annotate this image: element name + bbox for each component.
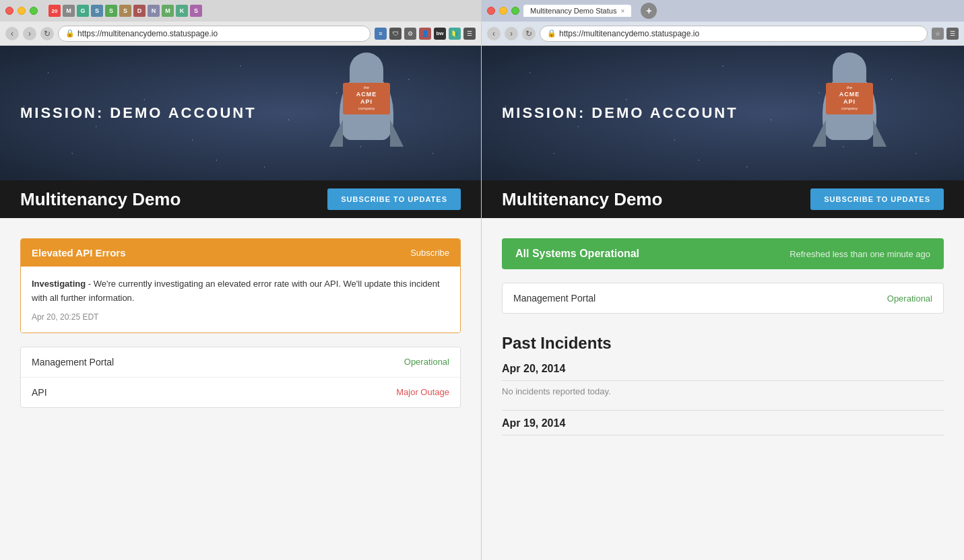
left-management-portal-status: Operational <box>404 357 449 367</box>
right-management-portal-status: Operational <box>887 293 932 304</box>
right-tab-title: Multitenancy Demo Status <box>530 7 616 15</box>
left-management-portal-name: Management Portal <box>32 357 114 368</box>
right-main-content: All Systems Operational Refreshed less t… <box>482 218 964 461</box>
left-incident-title: Elevated API Errors <box>32 247 126 258</box>
chrome-icon[interactable]: G <box>77 5 89 17</box>
app-icon-8[interactable]: S <box>190 5 202 17</box>
maximize-button[interactable] <box>30 7 38 15</box>
left-browser-window: 20 M G S S S D N M K S ‹ › ↻ 🔒 https://m… <box>0 0 482 560</box>
app-icon-2[interactable]: S <box>105 5 117 17</box>
right-page-content: MISSION: DEMO ACCOUNT the ACME API compa… <box>482 46 964 560</box>
left-incident-status: Investigating <box>32 279 86 289</box>
left-rocket-nose <box>350 53 383 86</box>
gmail-icon[interactable]: M <box>63 5 75 17</box>
back-button[interactable]: ‹ <box>5 27 19 40</box>
app-icon-5[interactable]: N <box>148 5 160 17</box>
bw-icon[interactable]: bw <box>434 28 446 40</box>
right-forward-button[interactable]: › <box>505 27 518 40</box>
right-rocket-nose <box>833 53 866 86</box>
app-icon-1[interactable]: S <box>91 5 103 17</box>
right-menu-icon[interactable]: ☰ <box>946 28 959 40</box>
left-incident-desc: Investigating - We're currently investig… <box>32 277 449 306</box>
minimize-button[interactable] <box>18 7 26 15</box>
right-all-systems-title: All Systems Operational <box>515 248 639 260</box>
reload-button[interactable]: ↻ <box>40 27 54 40</box>
url-text: https://multitenancydemo.statuspage.io <box>77 29 218 38</box>
left-incident-body: Investigating - We're currently investig… <box>21 267 460 332</box>
right-reload-button[interactable]: ↻ <box>522 27 536 40</box>
left-rocket-banner: the ACME API company <box>343 83 390 114</box>
left-rocket: the ACME API company <box>326 53 407 170</box>
left-incident-time: Apr 20, 20:25 EDT <box>32 312 449 322</box>
right-status-card: Management Portal Operational <box>502 283 944 314</box>
app-icon-6[interactable]: M <box>162 5 174 17</box>
left-management-portal-row: Management Portal Operational <box>21 347 460 378</box>
privacy-icon[interactable]: 🔰 <box>449 28 461 40</box>
left-main-content: Elevated API Errors Subscribe Investigat… <box>0 218 481 428</box>
right-subscribe-button[interactable]: SUBSCRIBE TO UPDATES <box>810 188 944 210</box>
right-star-icon[interactable]: ☆ <box>932 28 944 40</box>
gear-icon[interactable]: ⚙ <box>404 28 416 40</box>
left-page-content: MISSION: DEMO ACCOUNT the ACME API compa… <box>0 46 481 560</box>
right-management-portal-name: Management Portal <box>513 293 596 304</box>
right-toolbar-icons: ☆ ☰ <box>932 28 959 40</box>
right-rocket-fin-left <box>812 120 826 147</box>
right-rocket-fin-right <box>873 120 887 147</box>
right-new-tab-icon[interactable]: + <box>641 3 657 19</box>
menu-icon[interactable]: ☰ <box>463 28 476 40</box>
toolbar-icons: ≡ 🛡 ⚙ 👤 bw 🔰 ☰ <box>375 28 476 40</box>
right-address-bar: ‹ › ↻ 🔒 https://multitenancydemo.statusp… <box>482 22 964 46</box>
tab-icons: 20 M G S S S D N M K S <box>49 5 202 17</box>
left-incident-subscribe[interactable]: Subscribe <box>410 248 449 258</box>
left-mission-text: MISSION: DEMO ACCOUNT <box>20 104 257 122</box>
app-icon-7[interactable]: K <box>176 5 188 17</box>
stack-icon[interactable]: ≡ <box>375 28 387 40</box>
left-site-header: Multitenancy Demo SUBSCRIBE TO UPDATES <box>0 180 481 218</box>
right-all-systems-refresh: Refreshed less than one minute ago <box>790 249 930 259</box>
left-site-title: Multitenancy Demo <box>20 189 181 210</box>
app-icon-3[interactable]: S <box>119 5 131 17</box>
left-api-row: API Major Outage <box>21 378 460 407</box>
right-back-button[interactable]: ‹ <box>487 27 501 40</box>
left-incident-header: Elevated API Errors Subscribe <box>21 239 460 267</box>
right-rocket-banner: the ACME API company <box>826 83 873 114</box>
right-hero: MISSION: DEMO ACCOUNT the ACME API compa… <box>482 46 964 180</box>
right-close-button[interactable] <box>487 7 495 15</box>
forward-button[interactable]: › <box>23 27 36 40</box>
right-mission-text: MISSION: DEMO ACCOUNT <box>502 104 738 122</box>
right-past-none-1: No incidents reported today. <box>502 386 944 396</box>
left-incident-card: Elevated API Errors Subscribe Investigat… <box>20 238 461 333</box>
right-maximize-button[interactable] <box>511 7 519 15</box>
right-browser-window: Multitenancy Demo Status × + ‹ › ↻ 🔒 htt… <box>482 0 964 560</box>
right-rocket: the ACME API company <box>809 53 890 170</box>
right-tab-close[interactable]: × <box>620 7 624 15</box>
right-minimize-button[interactable] <box>499 7 507 15</box>
shield-icon[interactable]: 🛡 <box>389 28 401 40</box>
right-site-title: Multitenancy Demo <box>502 189 662 210</box>
right-rocket-body: the ACME API company <box>823 73 876 140</box>
right-active-tab[interactable]: Multitenancy Demo Status × <box>523 5 631 17</box>
right-site-header: Multitenancy Demo SUBSCRIBE TO UPDATES <box>482 180 964 218</box>
app-icon-4[interactable]: D <box>133 5 146 17</box>
notification-badge: 20 <box>49 5 61 17</box>
left-rocket-fin-left <box>329 120 343 147</box>
right-management-portal-row: Management Portal Operational <box>503 283 943 313</box>
right-past-incidents-title: Past Incidents <box>502 334 944 353</box>
left-subscribe-button[interactable]: SUBSCRIBE TO UPDATES <box>327 188 461 210</box>
right-url-input[interactable]: 🔒 https://multitenancydemo.statuspage.io <box>540 26 928 42</box>
left-api-name: API <box>32 387 47 398</box>
left-address-bar: ‹ › ↻ 🔒 https://multitenancydemo.statusp… <box>0 22 481 46</box>
left-hero: MISSION: DEMO ACCOUNT the ACME API compa… <box>0 46 481 180</box>
left-status-card: Management Portal Operational API Major … <box>20 347 461 408</box>
left-rocket-fin-right <box>390 120 404 147</box>
user-icon[interactable]: 👤 <box>419 28 431 40</box>
left-rocket-body: the ACME API company <box>340 73 393 140</box>
lock-icon: 🔒 <box>65 29 75 38</box>
left-incident-text: - We're currently investigating an eleva… <box>32 279 440 303</box>
url-input[interactable]: 🔒 https://multitenancydemo.statuspage.io <box>58 26 371 42</box>
close-button[interactable] <box>5 7 13 15</box>
right-all-systems-bar: All Systems Operational Refreshed less t… <box>502 238 944 269</box>
right-url-text: https://multitenancydemo.statuspage.io <box>559 29 699 38</box>
right-past-date-2: Apr 19, 2014 <box>502 417 944 435</box>
right-past-divider <box>502 410 944 411</box>
